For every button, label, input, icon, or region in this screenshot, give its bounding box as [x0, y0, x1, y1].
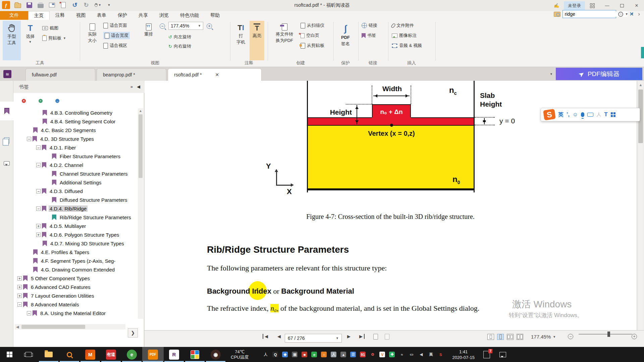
bookmark-label[interactable]: 4.D.5. Multilayer [49, 223, 87, 229]
taskbar-app-media[interactable]: ◉ [205, 347, 226, 362]
taskbar-app-youdao[interactable]: 有道 [101, 347, 121, 362]
bookmark-item[interactable]: −4.D.1. Fiber [15, 143, 140, 152]
expander-toggle[interactable]: − [27, 311, 31, 315]
search-scope-icon[interactable] [554, 12, 560, 17]
close-button[interactable]: ✕ [629, 0, 644, 11]
tab-视图[interactable]: 视图 [70, 11, 91, 20]
bookmark-item[interactable]: 4.G. Drawing Common Extended [15, 265, 140, 274]
bookmark-label[interactable]: Fiber Structure Parameters [59, 153, 121, 160]
search-input[interactable] [563, 11, 628, 17]
panel-tab-bookmarks[interactable] [0, 102, 13, 120]
expander-toggle[interactable]: + [36, 224, 41, 228]
collapse-panel-icon[interactable]: ◀ [137, 84, 140, 89]
zoom-in-slider-button[interactable]: + [632, 334, 637, 339]
zoom-slider-thumb[interactable] [607, 331, 610, 337]
first-page-button[interactable]: ◀ [263, 334, 269, 339]
pdf-sign-button[interactable]: ʃ PDF 签名 [336, 21, 355, 60]
close-tab-icon[interactable]: ✕ [215, 72, 219, 77]
app-corner-icon[interactable]: ≋ [3, 70, 11, 78]
bookmark-label[interactable]: 4.D.3. Diffused [49, 188, 84, 194]
bookmark-item[interactable]: Fiber Structure Parameters [15, 152, 140, 161]
add-bookmark-button[interactable]: + [35, 96, 40, 102]
clipboard-button[interactable]: 剪贴板▼ [42, 35, 66, 42]
bookmark-label[interactable]: 8 Advanced Materials [30, 301, 80, 308]
tab-list-dropdown[interactable]: ▼ [550, 72, 553, 76]
bookmark-label[interactable]: 5 Other Component Types [30, 275, 91, 282]
tray-bell-icon[interactable]: ▲ [340, 352, 346, 357]
bookmark-item[interactable]: +7 Layout Generation Utilities [15, 291, 140, 300]
bookmark-label[interactable]: 4.F. Segment Types (z-Axis, Seg- [40, 258, 116, 264]
panel-tab-pages[interactable] [0, 131, 13, 150]
notification-center-button[interactable]: 7 [483, 351, 490, 358]
bookmark-horizontal-scrollbar[interactable]: ◀ [15, 324, 125, 329]
tray-qq-icon[interactable]: Q [272, 352, 278, 357]
tab-特色功能[interactable]: 特色功能 [174, 11, 205, 20]
page-number-box[interactable]: 67 / 276▼ [285, 334, 342, 343]
expander-toggle[interactable]: + [17, 285, 22, 289]
restore-button[interactable] [614, 0, 629, 11]
zoom-in-button[interactable]: + [207, 22, 212, 30]
bookmark-label[interactable]: 8.A. Using the Material Editor [39, 310, 107, 316]
bookmark-label[interactable]: 4.D.2. Channel [49, 162, 84, 168]
vertical-scroll-thumb[interactable] [139, 114, 143, 178]
tray-user-icon[interactable]: 人 [331, 352, 336, 357]
tray-volume-icon[interactable]: ◀ [418, 352, 424, 357]
bookmark-item[interactable]: +4.D.6. Polygon Structure Types [15, 230, 140, 239]
bookmark-vertical-scrollbar[interactable]: ▲ [138, 108, 143, 319]
tray-green-shield-icon[interactable]: ✚ [389, 352, 395, 357]
zoom-level-dropdown[interactable]: 177.45%▼ [168, 22, 203, 30]
taskbar-app-color-grid[interactable] [184, 347, 205, 362]
snapshot-button[interactable]: 截图 [42, 24, 58, 32]
expander-toggle[interactable]: − [36, 145, 41, 150]
tab-file[interactable]: 文件 [0, 11, 28, 20]
tray-shield-icon[interactable]: V [379, 352, 385, 357]
bookmark-item[interactable]: −8.A. Using the Material Editor [15, 309, 140, 317]
expander-toggle[interactable]: − [17, 302, 22, 307]
tray-display-icon[interactable]: ▭ [409, 352, 414, 357]
bookmark-label[interactable]: 6 Advanced CAD Features [30, 284, 92, 290]
next-page-button[interactable]: ▶ [346, 334, 352, 339]
ime-keyboard-icon[interactable] [587, 113, 593, 117]
bookmark-label[interactable]: 4.D.7. Mixing 3D Structure Types [49, 240, 125, 247]
bookmark-item[interactable]: 4.F. Segment Types (z-Axis, Seg- [15, 256, 140, 265]
bookmark-item[interactable]: +4.D.5. Multilayer [15, 222, 140, 230]
tab-注释[interactable]: 注释 [50, 11, 70, 20]
scroll-left-icon[interactable]: ◀ [15, 325, 20, 329]
fit-visible-button[interactable]: 适合视区 [103, 42, 127, 49]
tray-wifi-icon[interactable]: ≈ [399, 352, 405, 357]
next-view-button[interactable] [385, 334, 389, 340]
from-clipboard-button[interactable]: 从剪贴板 [301, 42, 324, 49]
link-button[interactable]: 链接 [362, 22, 377, 29]
cpu-temp-widget[interactable]: 74℃ CPU温度 [231, 349, 249, 360]
facing-view-button[interactable] [507, 334, 514, 340]
ime-mic-icon[interactable] [581, 112, 584, 117]
fit-width-button[interactable]: 适合宽度 [103, 32, 130, 39]
bookmark-item[interactable]: 4.B.4. Setting Segment Color [15, 117, 140, 126]
bookmark-label[interactable]: 7 Layout Generation Utilities [30, 293, 95, 299]
rotate-left-button[interactable]: ↺向左旋转 [168, 33, 191, 41]
delete-bookmark-button[interactable]: ✕ [18, 96, 23, 102]
taskbar-clock[interactable]: 1:41 2020-07-15 [452, 349, 475, 360]
file-attachment-button[interactable]: 文件附件 [392, 22, 414, 29]
tab-保护[interactable]: 保护 [112, 11, 133, 20]
tab-表单[interactable]: 表单 [91, 11, 112, 20]
single-page-view-button[interactable] [487, 334, 494, 340]
expander-toggle[interactable]: + [17, 276, 22, 281]
tray-list-icon[interactable]: ☰ [350, 352, 356, 357]
share-hand-icon[interactable]: ✍ [549, 0, 564, 11]
find-next-button[interactable]: › [637, 11, 641, 17]
tab-共享[interactable]: 共享 [133, 11, 154, 20]
ime-mode-toggle[interactable]: 英 [558, 111, 564, 118]
login-status[interactable]: 未登录 [564, 1, 585, 10]
panel-next-button[interactable]: ❯ [128, 328, 138, 338]
document-tab[interactable]: rsoftcad.pdf *✕ [168, 68, 262, 81]
bookmark-item[interactable]: −4.D.4. Rib/Ridge [15, 204, 140, 213]
bookmark-item[interactable]: Additional Settings [15, 178, 140, 187]
bookmark-item[interactable]: 4.B.3. Controlling Geometry [15, 108, 140, 117]
expander-toggle[interactable]: − [36, 189, 41, 193]
expander-toggle[interactable]: − [36, 163, 41, 167]
tray-search-icon[interactable]: ○ [321, 352, 327, 357]
ime-punctuation-toggle[interactable]: ’, [567, 112, 570, 118]
fit-page-button[interactable]: 适合页面 [103, 22, 127, 29]
bookmark-label[interactable]: 4.D. 3D Structure Types [39, 136, 95, 142]
